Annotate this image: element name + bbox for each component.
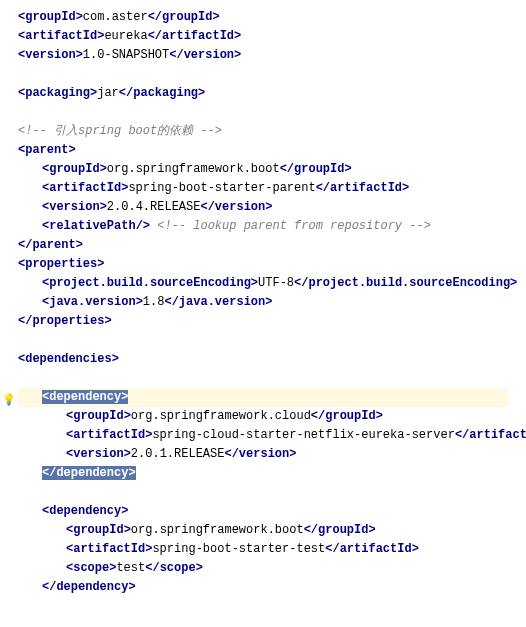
xml-text: </ xyxy=(42,466,56,480)
xml-tag: java.version xyxy=(179,295,265,309)
code-line[interactable]: <dependencies> xyxy=(18,350,508,369)
xml-text: > xyxy=(412,542,419,556)
xml-tag: groupId xyxy=(25,10,75,24)
xml-text: > xyxy=(112,352,119,366)
xml-text: test xyxy=(116,561,145,575)
xml-text: > xyxy=(234,48,241,62)
xml-tag: project.build.sourceEncoding xyxy=(308,276,510,290)
xml-tag: dependencies xyxy=(25,352,111,366)
xml-text: > xyxy=(100,162,107,176)
xml-text: > xyxy=(289,447,296,461)
xml-tag: artifactId xyxy=(469,428,526,442)
code-line[interactable]: <groupId>org.springframework.boot</group… xyxy=(18,160,508,179)
xml-text: </ xyxy=(18,314,32,328)
xml-text: </ xyxy=(169,48,183,62)
xml-text: > xyxy=(128,580,135,594)
xml-tag: artifactId xyxy=(49,181,121,195)
xml-text: </ xyxy=(164,295,178,309)
xml-text: > xyxy=(136,295,143,309)
xml-text: > xyxy=(510,276,517,290)
xml-tag: version xyxy=(49,200,99,214)
code-line[interactable] xyxy=(18,103,508,122)
xml-text: > xyxy=(265,200,272,214)
xml-text: > xyxy=(76,48,83,62)
xml-text: > xyxy=(124,523,131,537)
xml-text: /> xyxy=(136,219,150,233)
xml-text: org.springframework.boot xyxy=(131,523,304,537)
code-line[interactable]: <artifactId>spring-boot-starter-test</ar… xyxy=(18,540,508,559)
xml-text: > xyxy=(402,181,409,195)
xml-text: UTF-8 xyxy=(258,276,294,290)
xml-text: spring-boot-starter-test xyxy=(152,542,325,556)
xml-tag: project.build.sourceEncoding xyxy=(49,276,251,290)
xml-tag: version xyxy=(73,447,123,461)
xml-text: eureka xyxy=(104,29,147,43)
xml-tag: artifactId xyxy=(73,542,145,556)
xml-tag: dependency xyxy=(56,580,128,594)
xml-text: > xyxy=(368,523,375,537)
xml-tag: parent xyxy=(32,238,75,252)
xml-text: org.springframework.cloud xyxy=(131,409,311,423)
xml-text: > xyxy=(344,162,351,176)
xml-text: > xyxy=(76,10,83,24)
code-line[interactable]: <groupId>com.aster</groupId> xyxy=(18,8,508,27)
code-line[interactable]: <properties> xyxy=(18,255,508,274)
code-line[interactable]: <artifactId>spring-boot-starter-parent</… xyxy=(18,179,508,198)
code-line[interactable]: <java.version>1.8</java.version> xyxy=(18,293,508,312)
code-line[interactable]: <artifactId>eureka</artifactId> xyxy=(18,27,508,46)
xml-text: </ xyxy=(119,86,133,100)
xml-tag: groupId xyxy=(325,409,375,423)
xml-tag: version xyxy=(239,447,289,461)
code-line[interactable]: <dependency> xyxy=(18,502,508,521)
xml-tag: properties xyxy=(32,314,104,328)
xml-tag: artifactId xyxy=(162,29,234,43)
xml-text: </ xyxy=(316,181,330,195)
code-line[interactable] xyxy=(18,65,508,84)
xml-tag: groupId xyxy=(49,162,99,176)
code-line[interactable]: <scope>test</scope> xyxy=(18,559,508,578)
code-line[interactable]: <version>2.0.1.RELEASE</version> xyxy=(18,445,508,464)
code-line[interactable]: </properties> xyxy=(18,312,508,331)
xml-text: </ xyxy=(148,29,162,43)
code-line[interactable] xyxy=(18,331,508,350)
xml-comment: <!-- 引入spring boot的依赖 --> xyxy=(18,124,222,138)
code-line[interactable]: <version>2.0.4.RELEASE</version> xyxy=(18,198,508,217)
xml-text: > xyxy=(234,29,241,43)
code-line[interactable]: </dependency> xyxy=(18,464,508,483)
code-line[interactable]: </dependency> xyxy=(18,578,508,597)
xml-text: 1.8 xyxy=(143,295,165,309)
code-line[interactable]: </parent> xyxy=(18,236,508,255)
xml-tag: dependency xyxy=(49,390,121,404)
selection: <dependency> xyxy=(42,390,128,404)
code-editor[interactable]: <groupId>com.aster</groupId><artifactId>… xyxy=(18,8,508,597)
code-line[interactable]: <dependency> xyxy=(18,388,508,407)
code-line[interactable]: <artifactId>spring-cloud-starter-netflix… xyxy=(18,426,508,445)
xml-text: > xyxy=(76,238,83,252)
code-line[interactable]: <packaging>jar</packaging> xyxy=(18,84,508,103)
xml-text: </ xyxy=(304,523,318,537)
code-line[interactable]: <!-- 引入spring boot的依赖 --> xyxy=(18,122,508,141)
xml-tag: artifactId xyxy=(330,181,402,195)
code-line[interactable] xyxy=(18,483,508,502)
xml-text: > xyxy=(251,276,258,290)
xml-tag: groupId xyxy=(318,523,368,537)
xml-tag: version xyxy=(25,48,75,62)
xml-tag: groupId xyxy=(73,409,123,423)
xml-tag: groupId xyxy=(73,523,123,537)
xml-tag: version xyxy=(184,48,234,62)
lightbulb-icon[interactable]: 💡 xyxy=(2,391,14,403)
code-line[interactable]: <groupId>org.springframework.cloud</grou… xyxy=(18,407,508,426)
code-line[interactable]: <parent> xyxy=(18,141,508,160)
xml-tag: scope xyxy=(160,561,196,575)
code-line[interactable]: <version>1.0-SNAPSHOT</version> xyxy=(18,46,508,65)
code-line[interactable]: <groupId>org.springframework.boot</group… xyxy=(18,521,508,540)
code-line[interactable]: <project.build.sourceEncoding>UTF-8</pro… xyxy=(18,274,508,293)
xml-text: </ xyxy=(280,162,294,176)
xml-tag: packaging xyxy=(25,86,90,100)
code-line[interactable] xyxy=(18,369,508,388)
code-line[interactable]: <relativePath/> <!-- lookup parent from … xyxy=(18,217,508,236)
xml-text: > xyxy=(121,390,128,404)
xml-text: > xyxy=(121,504,128,518)
xml-tag: packaging xyxy=(133,86,198,100)
xml-tag: dependency xyxy=(56,466,128,480)
